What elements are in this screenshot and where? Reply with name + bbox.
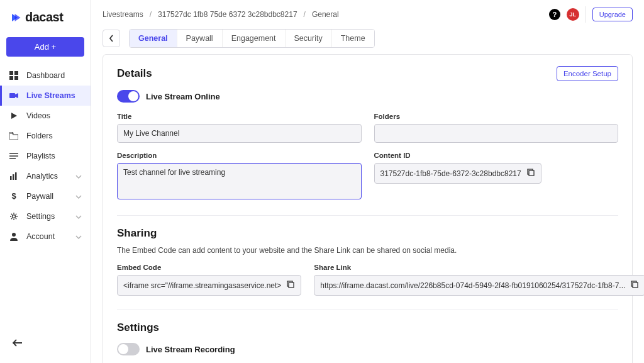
folders-label: Folders [374,113,619,120]
nav-list: Dashboard Live Streams Videos Folders Pl… [0,65,91,247]
copy-icon[interactable] [526,168,535,179]
add-button[interactable]: Add + [6,37,84,57]
sidebar-item-paywall[interactable]: $ Paywall [0,186,91,206]
sidebar-item-label: Videos [26,111,50,120]
chevron-down-icon [75,232,82,241]
chevron-down-icon [75,192,82,201]
svg-rect-0 [9,71,13,75]
tab-general[interactable]: General [130,30,177,47]
tab-paywall[interactable]: Paywall [177,30,223,47]
embed-box: <iframe src="//iframe.streamingasaservic… [117,275,301,296]
svg-rect-15 [529,170,534,176]
svg-rect-1 [14,71,18,75]
sidebar-item-label: Playlists [26,152,55,160]
tabbar: General Paywall Engagement Security Them… [91,29,644,54]
sidebar-item-folders[interactable]: Folders [0,126,91,146]
sidebar-item-label: Paywall [26,192,53,201]
sidebar-item-videos[interactable]: Videos [0,106,91,126]
share-box: https://iframe.dacast.com/live/226b85cd-… [314,275,644,296]
svg-rect-2 [9,76,13,80]
topbar: Livestreams / 317527dc 1fb8 75de 6372 3c… [91,0,644,29]
sidebar-item-label: Analytics [26,172,58,181]
sidebar-item-label: Folders [26,131,53,140]
divider [586,6,586,23]
help-icon[interactable]: ? [549,9,560,20]
breadcrumb-sep: / [150,10,152,19]
content: Details Encoder Setup Live Stream Online… [91,54,644,363]
dashboard-icon [9,70,19,81]
breadcrumb-item: General [312,10,339,19]
play-icon [9,111,19,121]
sidebar-item-dashboard[interactable]: Dashboard [0,65,91,86]
arrow-left-icon [11,338,23,347]
back-button[interactable] [103,30,120,47]
folders-input[interactable] [374,124,619,143]
main: Livestreams / 317527dc 1fb8 75de 6372 3c… [91,0,644,363]
svg-rect-19 [633,282,638,288]
collapse-sidebar-button[interactable] [0,332,91,355]
gear-icon [9,211,19,221]
svg-rect-10 [15,172,17,180]
copy-icon[interactable] [286,280,295,291]
divider [117,310,618,310]
breadcrumb-item[interactable]: 317527dc 1fb8 75de 6372 3c28bdbc8217 [158,10,297,19]
list-icon [9,151,19,161]
svg-point-13 [12,233,16,237]
sidebar-item-analytics[interactable]: Analytics [0,166,91,186]
sidebar-item-livestreams[interactable]: Live Streams [0,86,91,106]
live-stream-online-toggle[interactable] [117,90,140,103]
sharing-desc: The Embed Code can add content to your w… [117,246,618,255]
embed-value: <iframe src="//iframe.streamingasaservic… [123,281,281,290]
dollar-icon: $ [9,191,19,201]
description-label: Description [117,152,362,159]
tab-theme[interactable]: Theme [332,30,374,47]
chart-icon [9,171,19,181]
title-label: Title [117,113,362,120]
svg-rect-17 [289,282,294,288]
breadcrumb-sep: / [304,10,306,19]
contentid-label: Content ID [374,152,619,159]
toggle-label: Live Stream Online [146,92,220,101]
sidebar-item-label: Settings [26,212,55,221]
settings-title: Settings [117,321,618,334]
svg-rect-3 [14,76,18,80]
sidebar-item-label: Dashboard [26,71,65,80]
tabs: General Paywall Engagement Security Them… [129,29,375,48]
logo-text: dacast [25,10,63,25]
toggle-label: Live Stream Recording [146,345,235,354]
sidebar: dacast Add + Dashboard Live Streams Vide… [0,0,91,363]
folder-icon [9,131,19,141]
sharing-title: Sharing [117,227,618,240]
upgrade-button[interactable]: Upgrade [592,8,633,21]
svg-rect-8 [10,176,12,180]
camera-icon [9,91,19,101]
details-title: Details [117,67,152,80]
sidebar-item-playlists[interactable]: Playlists [0,146,91,166]
user-icon [9,232,19,242]
sidebar-item-account[interactable]: Account [0,226,91,247]
breadcrumb-item[interactable]: Livestreams [103,10,143,19]
svg-text:$: $ [11,192,16,201]
copy-icon[interactable] [630,280,639,291]
embed-label: Embed Code [117,264,301,271]
title-input[interactable] [117,124,362,143]
chevron-left-icon [109,35,114,42]
encoder-setup-button[interactable]: Encoder Setup [557,66,618,81]
share-value: https://iframe.dacast.com/live/226b85cd-… [320,281,625,290]
contentid-value: 317527dc-1fb8-75de-6372-3c28bdbc8217 [380,169,521,178]
chevron-down-icon [75,212,82,221]
sidebar-item-label: Live Streams [26,91,75,100]
panel: Details Encoder Setup Live Stream Online… [103,54,633,363]
tab-security[interactable]: Security [286,30,332,47]
divider [117,215,618,216]
chevron-down-icon [75,172,82,181]
logo[interactable]: dacast [0,8,91,35]
sidebar-item-settings[interactable]: Settings [0,206,91,226]
live-stream-recording-toggle[interactable] [117,343,140,355]
logo-mark-icon [10,12,21,23]
tab-engagement[interactable]: Engagement [223,30,286,47]
svg-rect-9 [13,174,14,180]
avatar[interactable]: JL [567,8,579,21]
contentid-box: 317527dc-1fb8-75de-6372-3c28bdbc8217 [374,163,541,184]
description-textarea[interactable]: Test channel for live streaming [117,163,362,199]
